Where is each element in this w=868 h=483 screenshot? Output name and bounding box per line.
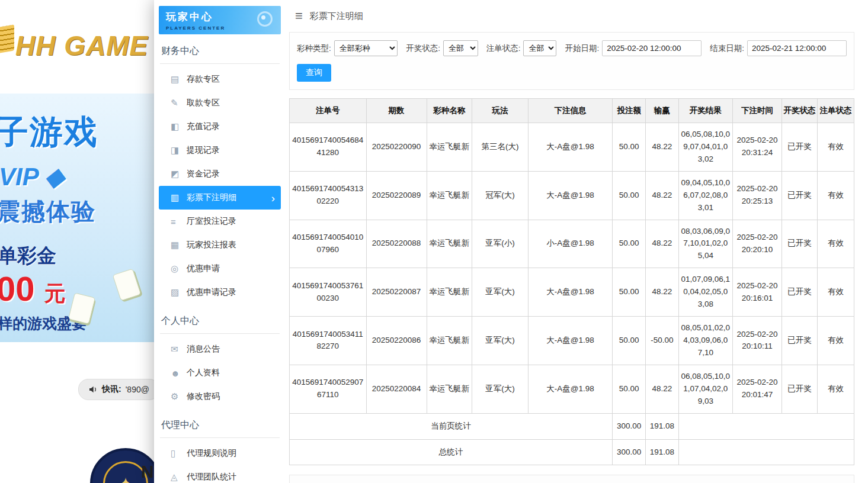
column-header: 彩种名称 xyxy=(427,99,472,123)
start-date-label: 开始日期: xyxy=(565,43,599,54)
sidebar: 玩家中心 PLAYERS CENTER 财务中心▤存款专区✎取款专区◧充值记录◨… xyxy=(154,0,286,483)
table-cell: 有效 xyxy=(817,123,854,172)
sidebar-item-label: 消息公告 xyxy=(187,344,220,355)
sidebar-item-player-bet-report[interactable]: ▦玩家投注报表 xyxy=(159,233,281,257)
table-cell: 亚军(大) xyxy=(472,365,528,413)
filter-panel: 彩种类型: 全部彩种 开奖状态: 全部 注单状态: 全部 开始日期: 结束日期: xyxy=(289,32,854,90)
main-header: ≡ 彩票下注明细 xyxy=(289,0,854,32)
draw-status-select[interactable]: 全部 xyxy=(443,40,478,56)
banner-line-3: 震撼体验 xyxy=(0,195,96,228)
promo-apply-icon: ◎ xyxy=(171,263,187,274)
table-cell: 08,05,01,02,04,03,09,06,07,10 xyxy=(678,317,732,365)
sidebar-item-label: 取款专区 xyxy=(187,98,220,108)
sidebar-item-label: 优惠申请记录 xyxy=(187,287,236,298)
sidebar-item-deposit[interactable]: ▤存款专区 xyxy=(159,67,281,91)
table-row: 40156917400546844128020250220090幸运飞艇新第三名… xyxy=(290,123,854,172)
table-cell: 有效 xyxy=(817,317,854,365)
sidebar-item-label: 代理团队统计 xyxy=(187,472,236,482)
sidebar-item-agent-team-stats[interactable]: ◬代理团队统计 xyxy=(159,465,281,483)
table-cell: 06,08,05,10,01,07,04,02,09,03 xyxy=(678,365,732,413)
column-header: 输赢 xyxy=(646,99,678,123)
table-cell: 50.00 xyxy=(613,317,646,365)
lottery-type-select[interactable]: 全部彩种 xyxy=(334,40,398,56)
banner-amount: 00 xyxy=(0,269,35,308)
table-cell: 亚军(大) xyxy=(472,317,528,365)
menu-toggle-icon[interactable]: ≡ xyxy=(295,9,303,22)
sidebar-item-label: 彩票下注明细 xyxy=(187,192,236,203)
column-header: 期数 xyxy=(366,99,427,123)
sidebar-item-label: 个人资料 xyxy=(187,368,220,378)
table-cell: 2025-02-20 20:25:13 xyxy=(733,171,782,220)
table-cell: 大-A盘@1.98 xyxy=(529,171,613,220)
table-cell: 50.00 xyxy=(613,365,646,413)
banner-line-4: 单彩金 xyxy=(0,243,56,269)
sidebar-item-agent-rules[interactable]: ▯代理规则说明 xyxy=(159,442,281,465)
table-cell: 50.00 xyxy=(613,268,646,317)
table-cell: 幸运飞艇新 xyxy=(427,123,472,172)
banner-line-2: VIP ◆ xyxy=(0,162,64,191)
column-header: 投注额 xyxy=(613,99,646,123)
table-cell: 大-A盘@1.98 xyxy=(529,365,613,413)
sidebar-item-lottery-bet-detail[interactable]: ▥彩票下注明细› xyxy=(159,186,281,210)
table-cell: 亚军(大) xyxy=(472,268,528,317)
speaker-icon xyxy=(88,385,98,394)
table-cell: 2025-02-20 20:16:01 xyxy=(733,268,782,317)
lottery-bet-detail-icon: ▥ xyxy=(171,192,187,203)
hall-bet-record-icon: ≡ xyxy=(171,217,187,227)
page-title: 彩票下注明细 xyxy=(310,11,363,22)
column-header: 注单状态 xyxy=(817,99,854,123)
sidebar-item-hall-bet-record[interactable]: ≡厅室投注记录 xyxy=(159,210,281,233)
table-cell: 有效 xyxy=(817,171,854,220)
table-row: 40156917400534118227020250220086幸运飞艇新亚军(… xyxy=(290,317,854,365)
column-header: 注单号 xyxy=(290,99,367,123)
summary-empty xyxy=(678,439,854,465)
start-date-input[interactable] xyxy=(602,40,702,56)
table-cell: 大-A盘@1.98 xyxy=(529,268,613,317)
table-cell: 401569174005401007960 xyxy=(290,220,367,268)
end-date-input[interactable] xyxy=(747,40,847,56)
main-content: ≡ 彩票下注明细 彩种类型: 全部彩种 开奖状态: 全部 注单状态: 全部 xyxy=(286,0,868,483)
table-cell: 已开奖 xyxy=(781,317,817,365)
summary-empty xyxy=(678,413,854,439)
table-cell: 幸运飞艇新 xyxy=(427,365,472,413)
table-cell: 已开奖 xyxy=(781,268,817,317)
table-cell: 48.22 xyxy=(646,365,678,413)
draw-status-label: 开奖状态: xyxy=(406,43,440,54)
password-icon: ⚙ xyxy=(171,391,187,402)
table-cell: 有效 xyxy=(817,365,854,413)
sidebar-item-change-password[interactable]: ⚙修改密码 xyxy=(159,385,281,408)
sidebar-item-funds-record[interactable]: ◩资金记录 xyxy=(159,162,281,186)
end-date-label: 结束日期: xyxy=(710,43,744,54)
sidebar-item-profile[interactable]: ☻个人资料 xyxy=(159,361,281,385)
sidebar-sections: 财务中心▤存款专区✎取款专区◧充值记录◨提现记录◩资金记录▥彩票下注明细›≡厅室… xyxy=(159,45,281,483)
sidebar-item-withdraw-record[interactable]: ◨提现记录 xyxy=(159,139,281,162)
sidebar-item-recharge-record[interactable]: ◧充值记录 xyxy=(159,115,281,139)
table-cell: 401569174005290767110 xyxy=(290,365,367,413)
sidebar-item-messages[interactable]: ✉消息公告 xyxy=(159,337,281,361)
summary-label: 总统计 xyxy=(290,439,613,465)
sidebar-item-label: 玩家投注报表 xyxy=(187,240,236,250)
sidebar-item-withdraw[interactable]: ✎取款专区 xyxy=(159,91,281,115)
summary-bet-total: 300.00 xyxy=(613,439,646,465)
sidebar-item-promo-record[interactable]: ▨优惠申请记录 xyxy=(159,281,281,304)
table-cell: 20250220088 xyxy=(366,220,427,268)
table-cell: -50.00 xyxy=(646,317,678,365)
player-center-panel: 玩家中心 PLAYERS CENTER 财务中心▤存款专区✎取款专区◧充值记录◨… xyxy=(154,0,868,483)
table-cell: 幸运飞艇新 xyxy=(427,171,472,220)
sidebar-item-label: 提现记录 xyxy=(187,145,220,156)
sidebar-item-label: 存款专区 xyxy=(187,74,220,85)
table-cell: 小-A盘@1.98 xyxy=(529,220,613,268)
table-cell: 20250220084 xyxy=(366,365,427,413)
summary-win-total: 191.08 xyxy=(646,439,678,465)
marquee-label: 快讯: xyxy=(102,384,121,395)
sidebar-item-promo-apply[interactable]: ◎优惠申请 xyxy=(159,257,281,281)
table-row: 40156917400537610023020250220087幸运飞艇新亚军(… xyxy=(290,268,854,317)
agent-rules-icon: ▯ xyxy=(171,448,187,459)
table-cell: 08,03,06,09,07,10,01,02,05,04 xyxy=(678,220,732,268)
bet-status-select[interactable]: 全部 xyxy=(523,40,556,56)
lottery-type-label: 彩种类型: xyxy=(297,43,331,54)
summary-label: 当前页统计 xyxy=(290,413,613,439)
search-button[interactable]: 查询 xyxy=(297,64,331,82)
sidebar-item-label: 厅室投注记录 xyxy=(187,216,236,227)
sidebar-item-label: 修改密码 xyxy=(187,391,220,402)
